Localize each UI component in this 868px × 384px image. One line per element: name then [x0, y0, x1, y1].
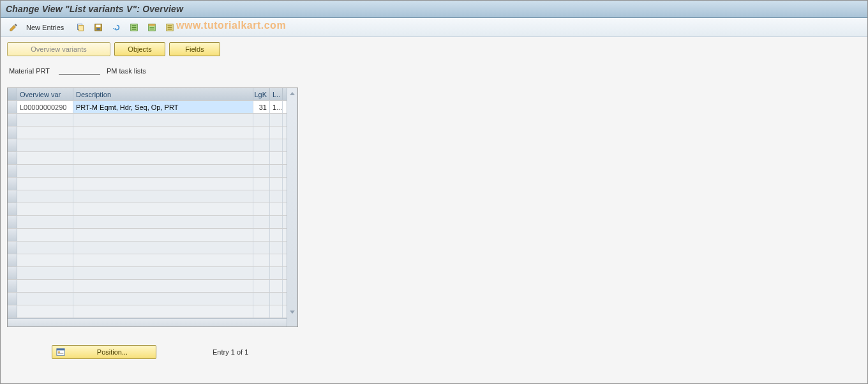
row-selector[interactable] — [8, 305, 17, 318]
cell-lgk[interactable] — [253, 178, 270, 190]
cell-overview-var[interactable] — [17, 293, 73, 305]
column-lgk[interactable]: LgK — [253, 88, 270, 100]
toggle-edit-button[interactable] — [6, 20, 21, 35]
tab-objects[interactable]: Objects — [114, 42, 165, 56]
cell-overview-var[interactable] — [17, 139, 73, 151]
table-row-empty[interactable] — [8, 267, 287, 280]
delete-button[interactable] — [91, 20, 106, 35]
cell-description[interactable] — [73, 178, 253, 190]
cell-l[interactable] — [270, 267, 283, 279]
cell-description[interactable] — [73, 127, 253, 139]
material-prt-field[interactable] — [59, 65, 100, 75]
cell-lgk[interactable] — [253, 229, 270, 241]
cell-lgk[interactable] — [253, 114, 270, 126]
cell-overview-var[interactable] — [17, 152, 73, 164]
cell-description[interactable] — [73, 139, 253, 151]
table-row-empty[interactable] — [8, 305, 287, 318]
row-selector[interactable] — [8, 254, 17, 266]
table-row-empty[interactable] — [8, 293, 287, 305]
cell-lgk[interactable] — [253, 127, 270, 139]
cell-lgk[interactable] — [253, 203, 270, 215]
row-selector[interactable] — [8, 114, 17, 126]
table-row-empty[interactable] — [8, 114, 287, 127]
column-l[interactable]: L.. — [270, 88, 283, 100]
deselect-all-button[interactable] — [162, 20, 177, 35]
cell-lgk[interactable] — [253, 305, 270, 318]
cell-overview-var[interactable] — [17, 305, 73, 318]
cell-description[interactable] — [73, 254, 253, 266]
cell-l[interactable] — [270, 229, 283, 241]
row-selector[interactable] — [8, 190, 17, 203]
cell-overview-var[interactable] — [17, 254, 73, 266]
cell-description[interactable] — [73, 216, 253, 228]
cell-description[interactable] — [73, 152, 253, 164]
cell-description[interactable] — [73, 114, 253, 126]
new-entries-button[interactable]: New Entries — [24, 21, 68, 34]
cell-l[interactable] — [270, 190, 283, 203]
cell-l[interactable] — [270, 165, 283, 177]
table-scrollbar[interactable] — [287, 88, 297, 326]
cell-description[interactable] — [73, 229, 253, 241]
cell-l[interactable] — [270, 293, 283, 305]
cell-overview-var[interactable] — [17, 190, 73, 203]
cell-lgk[interactable] — [253, 152, 270, 164]
cell-l[interactable]: 1… — [270, 101, 283, 113]
tab-fields[interactable]: Fields — [169, 42, 220, 56]
position-button[interactable]: Position... — [52, 345, 156, 359]
cell-description[interactable] — [73, 190, 253, 203]
cell-description[interactable]: PRT-M Eqmt, Hdr, Seq, Op, PRT — [73, 101, 253, 113]
row-selector[interactable] — [8, 293, 17, 305]
cell-overview-var[interactable] — [17, 127, 73, 139]
cell-lgk[interactable] — [253, 280, 270, 292]
cell-overview-var[interactable] — [17, 229, 73, 241]
select-all-button[interactable] — [126, 20, 142, 35]
table-row[interactable]: L00000000290PRT-M Eqmt, Hdr, Seq, Op, PR… — [8, 101, 287, 114]
table-row-empty[interactable] — [8, 229, 287, 242]
cell-l[interactable] — [270, 139, 283, 151]
cell-l[interactable] — [270, 216, 283, 228]
table-row-empty[interactable] — [8, 139, 287, 152]
cell-overview-var[interactable] — [17, 267, 73, 279]
cell-lgk[interactable] — [253, 165, 270, 177]
cell-lgk[interactable] — [253, 267, 270, 279]
table-row-empty[interactable] — [8, 280, 287, 293]
column-description[interactable]: Description — [73, 88, 253, 100]
cell-description[interactable] — [73, 280, 253, 292]
table-row-empty[interactable] — [8, 216, 287, 229]
row-selector[interactable] — [8, 267, 17, 279]
cell-lgk[interactable]: 31 — [253, 101, 270, 113]
row-selector[interactable] — [8, 127, 17, 139]
cell-description[interactable] — [73, 242, 253, 254]
cell-l[interactable] — [270, 254, 283, 266]
cell-description[interactable] — [73, 165, 253, 177]
select-block-button[interactable] — [144, 20, 160, 35]
table-row-empty[interactable] — [8, 242, 287, 254]
table-row-empty[interactable] — [8, 152, 287, 165]
cell-lgk[interactable] — [253, 190, 270, 203]
column-overview-var[interactable]: Overview var — [17, 88, 73, 100]
row-selector[interactable] — [8, 178, 17, 190]
cell-l[interactable] — [270, 305, 283, 318]
cell-overview-var[interactable] — [17, 203, 73, 215]
cell-lgk[interactable] — [253, 242, 270, 254]
row-selector[interactable] — [8, 139, 17, 151]
cell-l[interactable] — [270, 280, 283, 292]
row-selector[interactable] — [8, 165, 17, 177]
copy-as-button[interactable] — [73, 20, 88, 35]
table-row-empty[interactable] — [8, 254, 287, 267]
cell-overview-var[interactable] — [17, 216, 73, 228]
cell-overview-var[interactable]: L00000000290 — [17, 101, 73, 113]
table-row-empty[interactable] — [8, 178, 287, 190]
cell-l[interactable] — [270, 114, 283, 126]
table-row-empty[interactable] — [8, 203, 287, 216]
cell-description[interactable] — [73, 203, 253, 215]
row-selector[interactable] — [8, 280, 17, 292]
column-selector[interactable] — [8, 88, 17, 100]
row-selector[interactable] — [8, 203, 17, 215]
cell-overview-var[interactable] — [17, 280, 73, 292]
table-row-empty[interactable] — [8, 165, 287, 178]
cell-description[interactable] — [73, 305, 253, 318]
table-row-empty[interactable] — [8, 127, 287, 139]
cell-l[interactable] — [270, 203, 283, 215]
row-selector[interactable] — [8, 216, 17, 228]
